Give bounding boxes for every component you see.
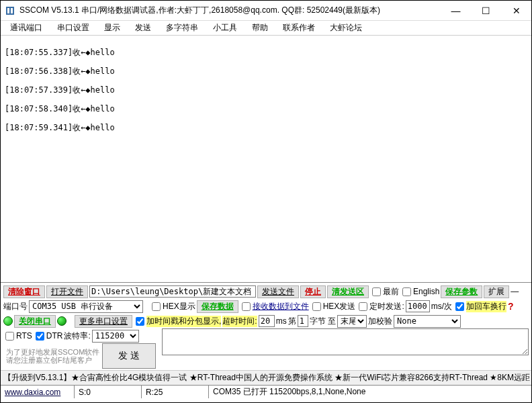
menu-serial-settings[interactable]: 串口设置 — [50, 21, 96, 35]
dtr-label: DTR — [46, 331, 63, 341]
svg-rect-1 — [7, 8, 9, 13]
port-select[interactable]: COM35 USB 串行设备 — [29, 300, 143, 313]
app-icon — [5, 5, 15, 16]
add-crlf-label: 加回车换行 — [466, 301, 506, 312]
hex-display-label: HEX显示 — [163, 301, 195, 312]
svg-rect-0 — [6, 7, 14, 15]
menu-bar: 通讯端口 串口设置 显示 发送 多字符串 小工具 帮助 联系作者 大虾论坛 — [1, 21, 531, 36]
menu-send[interactable]: 发送 — [128, 21, 158, 35]
interval-input[interactable] — [406, 300, 430, 312]
minimize-button[interactable]: — — [441, 1, 471, 20]
extend-dash: — — [511, 287, 519, 296]
english-checkbox[interactable] — [402, 287, 411, 296]
file-path-input[interactable] — [89, 285, 256, 298]
baud-label: 波特率: — [64, 330, 90, 342]
timeout-input[interactable] — [259, 315, 275, 327]
save-params-button[interactable]: 保存参数 — [441, 285, 482, 298]
menu-help[interactable]: 帮助 — [245, 21, 275, 35]
baud-select[interactable]: 115200 — [92, 330, 139, 343]
rts-checkbox[interactable] — [5, 332, 14, 341]
title-bar: SSCOM V5.13.1 串口/网络数据调试器,作者:大虾丁丁,2618058… — [1, 1, 531, 21]
svg-rect-2 — [11, 8, 13, 13]
open-file-button[interactable]: 打开文件 — [46, 285, 88, 298]
interval-unit-label: ms/次 — [431, 301, 452, 312]
menu-contact[interactable]: 联系作者 — [276, 21, 322, 35]
stop-button[interactable]: 停止 — [300, 285, 326, 298]
nth-byte-input[interactable] — [298, 315, 308, 327]
topmost-label: 最前 — [383, 286, 399, 298]
row-port: 端口号 COM35 USB 串行设备 HEX显示 保存数据 接收数据到文件 HE… — [3, 299, 529, 314]
help-icon[interactable]: ? — [508, 301, 514, 312]
hex-send-checkbox[interactable] — [312, 302, 321, 311]
log-line: [18:07:55.337]收←◆hello — [5, 48, 527, 57]
log-line: [18:07:59.341]收←◆hello — [5, 123, 527, 132]
menu-multistring[interactable]: 多字符串 — [159, 21, 205, 35]
recv-to-file-checkbox[interactable] — [242, 302, 251, 311]
menu-forum[interactable]: 大虾论坛 — [323, 21, 369, 35]
port-status-led-icon — [3, 316, 13, 326]
nth-label: 第 — [288, 316, 296, 327]
activity-led-icon — [57, 316, 66, 326]
send-file-button[interactable]: 发送文件 — [257, 285, 299, 298]
english-label: English — [413, 287, 439, 296]
log-output[interactable]: [18:07:55.337]收←◆hello [18:07:56.338]收←◆… — [1, 36, 531, 283]
more-settings-button[interactable]: 更多串口设置 — [75, 315, 132, 328]
timeout-label: 超时时间: — [222, 316, 257, 327]
status-connection: COM35 已打开 115200bps,8,1,None,None — [209, 386, 531, 398]
add-crlf-checkbox[interactable] — [455, 302, 464, 311]
status-bar: www.daxia.com S:0 R:25 COM35 已打开 115200b… — [1, 385, 531, 398]
menu-tools[interactable]: 小工具 — [206, 21, 244, 35]
hex-display-checkbox[interactable] — [152, 302, 161, 311]
timestamp-checkbox[interactable] — [136, 317, 144, 326]
status-url[interactable]: www.daxia.com — [1, 386, 75, 398]
topmost-checkbox[interactable] — [372, 287, 381, 296]
close-button[interactable]: ✕ — [501, 1, 531, 20]
hex-send-label: HEX发送 — [323, 301, 356, 312]
clear-window-button[interactable]: 清除窗口 — [3, 285, 45, 298]
row-connection: 关闭串口 更多串口设置 加时间戳和分包显示, 超时时间: ms 第 字节 至 末… — [3, 314, 529, 328]
byte-to-label: 字节 至 — [310, 316, 336, 327]
row-file: 清除窗口 打开文件 发送文件 停止 清发送区 最前 English 保存参数 扩… — [3, 284, 529, 299]
maximize-button[interactable]: ☐ — [471, 1, 501, 20]
promo-bar: 【升级到V5.13.1】★合宙高性价比4G模块值得一试 ★RT-Thread中国… — [1, 370, 531, 385]
ms-label: ms — [276, 316, 287, 326]
add-check-label: 加校验 — [368, 316, 392, 327]
clear-send-area-button[interactable]: 清发送区 — [327, 285, 369, 298]
extend-button[interactable]: 扩展 — [484, 285, 509, 298]
rts-label: RTS — [16, 331, 32, 341]
dtr-checkbox[interactable] — [36, 332, 44, 341]
status-sent: S:0 — [75, 386, 142, 398]
send-textarea[interactable] — [162, 328, 529, 355]
log-line: [18:07:58.340]收←◆hello — [5, 104, 527, 114]
recv-to-file-label: 接收数据到文件 — [253, 301, 309, 312]
timed-send-checkbox[interactable] — [359, 302, 367, 311]
tail-select[interactable]: 末尾 — [337, 315, 367, 328]
row-send: RTS DTR 波特率: 115200 为了更好地发展SSCOM软件 请您注册嘉… — [3, 328, 529, 369]
timestamp-label: 加时间戳和分包显示, — [146, 316, 221, 327]
log-line: [18:07:56.338]收←◆hello — [5, 66, 527, 76]
save-data-button[interactable]: 保存数据 — [197, 300, 238, 313]
register-note: 为了更好地发展SSCOM软件 请您注册嘉立创F结尾客户 — [3, 347, 102, 365]
menu-port[interactable]: 通讯端口 — [3, 21, 49, 35]
timed-send-label: 定时发送: — [369, 301, 404, 312]
close-port-button[interactable]: 关闭串口 — [14, 315, 56, 328]
send-button[interactable]: 发 送 — [102, 343, 156, 369]
port-label: 端口号 — [3, 301, 28, 312]
window-title: SSCOM V5.13.1 串口/网络数据调试器,作者:大虾丁丁,2618058… — [19, 5, 441, 16]
window-buttons: — ☐ ✕ — [441, 1, 531, 20]
status-received: R:25 — [142, 386, 209, 398]
checksum-select[interactable]: None — [394, 315, 461, 328]
log-line: [18:07:57.339]收←◆hello — [5, 85, 527, 95]
controls-panel: 清除窗口 打开文件 发送文件 停止 清发送区 最前 English 保存参数 扩… — [1, 283, 531, 370]
menu-display[interactable]: 显示 — [97, 21, 127, 35]
